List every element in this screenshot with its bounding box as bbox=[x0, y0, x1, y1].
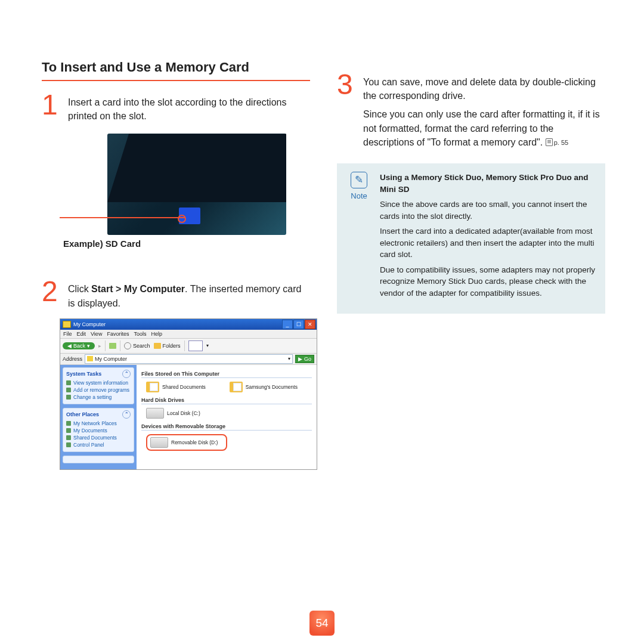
menu-tools[interactable]: Tools bbox=[134, 331, 146, 337]
item-removable-disk-d[interactable]: Removable Disk (D:) bbox=[150, 437, 218, 448]
step-2: 2 Click Start > My Computer. The inserte… bbox=[42, 278, 310, 309]
note-p1: Since the above cards are too small, you… bbox=[380, 199, 596, 222]
menu-help[interactable]: Help bbox=[151, 331, 162, 337]
folders-button[interactable]: Folders bbox=[154, 343, 181, 349]
page-ref: p. 55 bbox=[546, 138, 568, 148]
item-label: Samsung's Documents bbox=[246, 384, 298, 390]
maximize-button[interactable]: ☐ bbox=[293, 320, 304, 329]
note-p2: Insert the card into a dedicated adapter… bbox=[380, 225, 596, 261]
menu-file[interactable]: File bbox=[63, 331, 72, 337]
note-p3: Due to compatibility issues, some adapte… bbox=[380, 264, 596, 299]
chevron-down-icon[interactable]: ▾ bbox=[288, 356, 290, 361]
go-label: Go bbox=[304, 356, 311, 362]
note-left: ✎ Note bbox=[346, 172, 371, 303]
window-title: My Computer bbox=[73, 321, 106, 327]
other-places-box: Other Places⌃ My Network Places My Docum… bbox=[63, 408, 134, 452]
folders-label: Folders bbox=[163, 343, 181, 349]
search-label: Search bbox=[133, 343, 150, 349]
folder-icon bbox=[154, 343, 161, 349]
task-change-setting[interactable]: Change a setting bbox=[66, 394, 131, 401]
drive-icon bbox=[146, 408, 164, 419]
collapse-icon[interactable]: ⌃ bbox=[122, 410, 131, 419]
note-heading: Using a Memory Stick Duo, Memory Stick P… bbox=[380, 172, 596, 195]
folder-icon bbox=[146, 382, 159, 392]
page-number: 54 bbox=[315, 617, 328, 630]
close-button[interactable]: ✕ bbox=[305, 320, 315, 329]
item-label: Removable Disk (D:) bbox=[171, 439, 218, 445]
my-computer-screenshot: My Computer _ ☐ ✕ File Edit View Favorit… bbox=[60, 318, 317, 470]
group-files-stored: Files Stored on This Computer bbox=[141, 371, 312, 378]
note-box: ✎ Note Using a Memory Stick Duo, Memory … bbox=[337, 163, 605, 314]
menu-edit[interactable]: Edit bbox=[77, 331, 86, 337]
note-label: Note bbox=[346, 191, 371, 202]
back-label: Back bbox=[73, 343, 85, 349]
folder-icon bbox=[230, 382, 243, 392]
laptop-figure: Example) SD Card bbox=[60, 134, 292, 249]
separator bbox=[184, 340, 185, 351]
task-view-sys-info[interactable]: View system information bbox=[66, 379, 131, 386]
left-column: To Insert and Use a Memory Card 1 Insert… bbox=[42, 60, 310, 470]
address-value: My Computer bbox=[95, 356, 127, 362]
other-places-label: Other Places bbox=[66, 411, 99, 417]
address-field[interactable]: My Computer ▾ bbox=[85, 354, 293, 364]
task-add-remove[interactable]: Add or remove programs bbox=[66, 386, 131, 394]
details-box bbox=[63, 456, 134, 463]
step-2-pre: Click bbox=[68, 284, 91, 294]
main-pane: Files Stored on This Computer Shared Doc… bbox=[137, 365, 317, 469]
item-samsung-docs[interactable]: Samsung's Documents bbox=[230, 382, 298, 392]
step-2-number: 2 bbox=[42, 278, 68, 304]
collapse-icon[interactable]: ⌃ bbox=[122, 370, 131, 378]
item-shared-docs[interactable]: Shared Documents bbox=[146, 382, 206, 392]
forward-button[interactable]: ▸ bbox=[98, 343, 101, 349]
toolbar: ◀ Back ▾ ▸ Search Folders ▾ bbox=[60, 339, 317, 354]
example-sd-card-label: Example) SD Card bbox=[63, 239, 292, 249]
pencil-icon: ✎ bbox=[351, 172, 367, 188]
side-panel: System Tasks⌃ View system information Ad… bbox=[60, 365, 137, 469]
my-computer-icon bbox=[87, 356, 93, 361]
separator bbox=[105, 340, 106, 351]
manual-page: To Insert and Use a Memory Card 1 Insert… bbox=[0, 0, 644, 644]
window-titlebar: My Computer _ ☐ ✕ bbox=[60, 319, 317, 330]
page-number-badge: 54 bbox=[309, 611, 335, 636]
up-button[interactable] bbox=[109, 343, 116, 349]
menu-favorites[interactable]: Favorites bbox=[107, 331, 129, 337]
views-button[interactable] bbox=[188, 340, 203, 351]
page-ref-label: p. 55 bbox=[554, 139, 568, 146]
place-control-panel[interactable]: Control Panel bbox=[66, 441, 131, 448]
back-button[interactable]: ◀ Back ▾ bbox=[63, 342, 95, 349]
callout-line bbox=[60, 217, 185, 218]
place-documents[interactable]: My Documents bbox=[66, 427, 131, 434]
page-ref-icon bbox=[546, 138, 553, 146]
group-hard-drives: Hard Disk Drives bbox=[141, 397, 312, 404]
step-1-number: 1 bbox=[42, 92, 68, 117]
step-3-number: 3 bbox=[337, 72, 363, 97]
group-removable: Devices with Removable Storage bbox=[141, 423, 312, 431]
highlighted-removable-disk: Removable Disk (D:) bbox=[146, 434, 227, 451]
section-title: To Insert and Use a Memory Card bbox=[42, 60, 310, 81]
explorer-body: System Tasks⌃ View system information Ad… bbox=[60, 365, 317, 469]
step-3-line1: You can save, move and delete data by do… bbox=[363, 75, 605, 103]
item-local-disk-c[interactable]: Local Disk (C:) bbox=[146, 408, 200, 419]
search-icon bbox=[124, 342, 131, 349]
item-label: Shared Documents bbox=[162, 384, 206, 390]
menubar: File Edit View Favorites Tools Help bbox=[60, 330, 317, 339]
my-computer-icon bbox=[63, 321, 71, 328]
step-3: 3 You can save, move and delete data by … bbox=[337, 72, 605, 149]
place-network[interactable]: My Network Places bbox=[66, 420, 131, 427]
system-tasks-box: System Tasks⌃ View system information Ad… bbox=[63, 367, 134, 404]
search-button[interactable]: Search bbox=[124, 342, 150, 349]
minimize-button[interactable]: _ bbox=[282, 320, 293, 329]
address-label: Address bbox=[63, 356, 82, 362]
drive-icon bbox=[150, 437, 168, 448]
note-body: Using a Memory Stick Duo, Memory Stick P… bbox=[380, 172, 596, 303]
menu-view[interactable]: View bbox=[91, 331, 102, 337]
separator bbox=[120, 340, 120, 351]
place-shared-docs[interactable]: Shared Documents bbox=[66, 434, 131, 441]
laptop-image bbox=[107, 134, 286, 235]
step-2-text: Click Start > My Computer. The inserted … bbox=[68, 278, 310, 309]
step-1: 1 Insert a card into the slot according … bbox=[42, 92, 310, 123]
go-button[interactable]: ▶ Go bbox=[295, 355, 314, 363]
views-chevron-icon: ▾ bbox=[206, 343, 209, 348]
step-1-text: Insert a card into the slot according to… bbox=[68, 92, 310, 123]
windows-logo-icon bbox=[304, 330, 314, 338]
